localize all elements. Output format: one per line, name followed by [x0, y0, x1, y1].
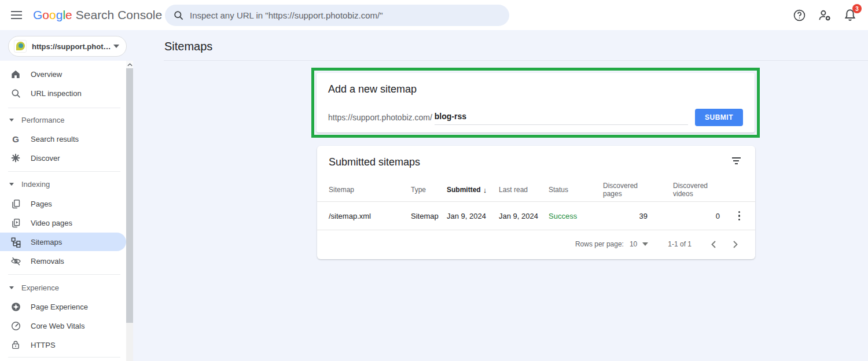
- pagination-range: 1-1 of 1: [668, 240, 692, 248]
- scrollbar-up-arrow[interactable]: [126, 61, 133, 68]
- table-header-row: Sitemap Type Submitted ↓ Last read Statu…: [317, 178, 755, 202]
- col-header-submitted[interactable]: Submitted ↓: [447, 186, 499, 194]
- sidebar: Overview URL inspection Performance G Se…: [0, 61, 126, 361]
- sidebar-item-label: Video pages: [31, 219, 72, 227]
- section-label: Indexing: [21, 180, 50, 189]
- filter-icon[interactable]: [731, 157, 741, 165]
- sidebar-section-performance[interactable]: Performance: [0, 113, 126, 126]
- logo-letter: e: [65, 8, 72, 22]
- sidebar-item-video-pages[interactable]: Video pages: [0, 213, 126, 232]
- table-row[interactable]: /sitemap.xml Sitemap Jan 9, 2024 Jan 9, …: [317, 202, 755, 230]
- sidebar-item-label: Overview: [31, 70, 62, 79]
- logo-letter: G: [33, 8, 42, 22]
- sidebar-item-sitemaps[interactable]: Sitemaps: [0, 233, 126, 251]
- cell-type: Sitemap: [411, 212, 447, 220]
- rows-per-page-value: 10: [630, 240, 637, 248]
- next-page-icon[interactable]: [729, 237, 742, 251]
- add-sitemap-card: Add a new sitemap https://support.photob…: [317, 73, 755, 132]
- notification-badge: 3: [852, 4, 862, 13]
- sidebar-item-removals[interactable]: Removals: [0, 252, 126, 270]
- sidebar-item-url-inspection[interactable]: URL inspection: [0, 84, 126, 102]
- sidebar-item-label: Removals: [31, 257, 64, 266]
- submitted-sitemaps-card: Submitted sitemaps Sitemap Type Submitte…: [317, 146, 755, 259]
- logo-suffix: Search Console: [76, 8, 162, 22]
- sidebar-item-label: Discover: [31, 154, 60, 163]
- sidebar-item-label: HTTPS: [31, 341, 56, 349]
- logo-letter: o: [42, 8, 49, 22]
- sort-arrow-down-icon: ↓: [483, 186, 487, 194]
- annotation-highlight-box: Add a new sitemap https://support.photob…: [311, 68, 760, 138]
- discover-asterisk-icon: [10, 152, 21, 164]
- add-sitemap-title: Add a new sitemap: [328, 83, 417, 95]
- sidebar-divider: [8, 108, 120, 108]
- sidebar-item-discover[interactable]: Discover: [0, 149, 126, 167]
- sidebar-item-page-experience[interactable]: Page Experience: [0, 297, 126, 316]
- cell-discovered-pages: 39: [603, 212, 673, 220]
- row-kebab-menu-icon[interactable]: [736, 209, 743, 223]
- submit-button[interactable]: SUBMIT: [695, 109, 743, 126]
- col-header-discovered-pages[interactable]: Discovered pages: [603, 182, 673, 198]
- col-header-status[interactable]: Status: [549, 186, 603, 194]
- scrollbar-thumb[interactable]: [126, 68, 133, 323]
- google-g-icon: G: [10, 133, 21, 145]
- col-header-submitted-label: Submitted: [447, 186, 481, 194]
- sidebar-item-label: Search results: [31, 135, 79, 143]
- col-header-discovered-videos[interactable]: Discovered videos: [673, 182, 722, 198]
- sidebar-item-overview[interactable]: Overview: [0, 65, 126, 83]
- col-header-type[interactable]: Type: [411, 186, 447, 194]
- collapse-triangle-icon: [9, 119, 14, 121]
- cell-discovered-videos: 0: [673, 212, 722, 220]
- cell-sitemap[interactable]: /sitemap.xml: [329, 212, 411, 220]
- collapse-triangle-icon: [9, 183, 14, 186]
- sidebar-item-core-web-vitals[interactable]: Core Web Vitals: [0, 316, 126, 335]
- search-icon: [10, 87, 21, 99]
- sidebar-item-search-results[interactable]: G Search results: [0, 130, 126, 148]
- cell-status: Success: [549, 212, 603, 220]
- sidebar-item-label: Page Experience: [31, 303, 88, 311]
- manage-users-icon[interactable]: [817, 8, 832, 23]
- page-title: Sitemaps: [164, 40, 212, 53]
- notifications-bell-icon[interactable]: 3: [843, 8, 858, 23]
- cell-last-read: Jan 9, 2024: [499, 212, 549, 220]
- col-header-last-read[interactable]: Last read: [499, 186, 549, 194]
- section-label: Experience: [21, 283, 59, 292]
- sitemaps-tree-icon: [10, 236, 21, 248]
- property-selector[interactable]: https://support.phot…: [8, 36, 127, 57]
- table-pagination: Rows per page: 10 1-1 of 1: [317, 230, 755, 258]
- previous-page-icon[interactable]: [707, 237, 720, 251]
- sidebar-item-label: URL inspection: [31, 89, 82, 98]
- sidebar-item-https[interactable]: HTTPS: [0, 336, 126, 354]
- property-label: https://support.phot…: [32, 42, 111, 51]
- sidebar-item-pages[interactable]: Pages: [0, 194, 126, 213]
- rows-per-page-select[interactable]: 10: [630, 240, 648, 248]
- collapse-triangle-icon: [9, 286, 14, 289]
- help-icon[interactable]: [792, 8, 807, 23]
- header-divider: [164, 60, 868, 61]
- speedometer-icon: [10, 320, 21, 331]
- sidebar-divider: [8, 274, 120, 275]
- url-inspect-input[interactable]: [190, 10, 491, 20]
- home-icon: [10, 68, 21, 80]
- lock-icon: [10, 339, 21, 351]
- page-experience-icon: [10, 301, 21, 312]
- rows-per-page-label: Rows per page:: [575, 240, 624, 248]
- sidebar-item-label: Sitemaps: [31, 238, 62, 246]
- app-logo[interactable]: Google Search Console: [33, 6, 162, 24]
- sitemap-url-input[interactable]: [435, 110, 688, 125]
- submitted-sitemaps-title: Submitted sitemaps: [329, 156, 420, 168]
- cell-submitted: Jan 9, 2024: [447, 212, 499, 220]
- url-inspect-searchbox[interactable]: [165, 5, 509, 26]
- col-header-sitemap[interactable]: Sitemap: [329, 186, 411, 194]
- sidebar-section-indexing[interactable]: Indexing: [0, 178, 126, 190]
- hamburger-menu-icon[interactable]: [9, 8, 23, 22]
- sidebar-scrollbar[interactable]: [126, 61, 133, 361]
- property-favicon: [14, 40, 27, 53]
- sidebar-divider: [8, 171, 120, 172]
- sidebar-section-experience[interactable]: Experience: [0, 281, 126, 294]
- search-icon: [173, 10, 184, 21]
- top-app-bar: Google Search Console 3: [0, 0, 868, 30]
- eye-off-icon: [10, 255, 21, 267]
- chevron-down-icon: [113, 45, 119, 48]
- logo-letter: o: [49, 8, 56, 22]
- sidebar-item-label: Core Web Vitals: [31, 322, 84, 330]
